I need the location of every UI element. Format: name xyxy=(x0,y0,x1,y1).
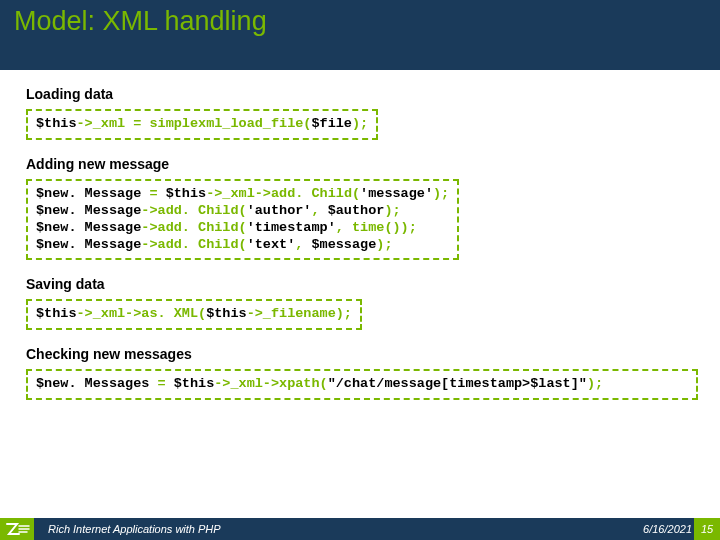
footer-date: 6/16/2021 xyxy=(643,523,692,535)
section-label: Loading data xyxy=(26,86,698,102)
code-line: $new. Message->add. Child('author', $aut… xyxy=(36,203,449,220)
code-box: $new. Message = $this->_xml->add. Child(… xyxy=(26,179,459,261)
code-line: $this->_xml->as. XML($this->_filename); xyxy=(36,306,352,323)
section-label: Saving data xyxy=(26,276,698,292)
slide: Model: XML handling Loading data$this->_… xyxy=(0,0,720,540)
slide-title: Model: XML handling xyxy=(14,6,706,37)
code-box: $this->_xml = simplexml_load_file($file)… xyxy=(26,109,378,140)
code-line: $new. Message->add. Child('timestamp', t… xyxy=(36,220,449,237)
code-box: $new. Messages = $this->_xml->xpath("/ch… xyxy=(26,369,698,400)
footer-text: Rich Internet Applications with PHP xyxy=(48,523,643,535)
page-number: 15 xyxy=(694,518,720,540)
code-line: $new. Message->add. Child('text', $messa… xyxy=(36,237,449,254)
content-area: Loading data$this->_xml = simplexml_load… xyxy=(0,70,720,400)
code-line: $new. Messages = $this->_xml->xpath("/ch… xyxy=(36,376,688,393)
footer-bar: Rich Internet Applications with PHP 6/16… xyxy=(0,518,720,540)
code-line: $new. Message = $this->_xml->add. Child(… xyxy=(36,186,449,203)
title-band: Model: XML handling xyxy=(0,0,720,70)
section-label: Adding new message xyxy=(26,156,698,172)
code-line: $this->_xml = simplexml_load_file($file)… xyxy=(36,116,368,133)
section-label: Checking new messages xyxy=(26,346,698,362)
code-box: $this->_xml->as. XML($this->_filename); xyxy=(26,299,362,330)
zend-logo xyxy=(0,518,34,540)
